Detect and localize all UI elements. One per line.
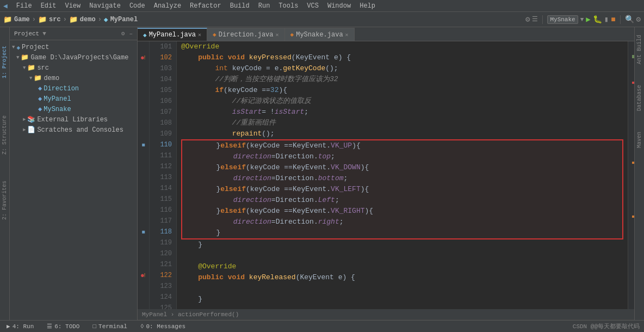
- config-dropdown[interactable]: MySnake: [547, 15, 578, 24]
- code-line-122: public void keyReleased ( KeyEvent e) {: [181, 272, 623, 283]
- code-line-105: if (keyCode == 32 ){: [181, 85, 623, 96]
- sidebar-game-label: Game D:\JavaProjects\Game: [30, 54, 128, 62]
- menu-refactor[interactable]: Refactor: [185, 1, 226, 11]
- tab-mypanel[interactable]: ◆ MyPanel.java ✕: [138, 28, 207, 41]
- warning-102-icon: !: [143, 55, 146, 61]
- tab-direction-close[interactable]: ✕: [276, 32, 279, 38]
- todo-tab[interactable]: ☰ 6: TODO: [45, 323, 82, 330]
- bottom-right: CSDN @@每天都要敲代码: [573, 322, 640, 330]
- menu-view[interactable]: View: [60, 1, 85, 11]
- gutter-104: [138, 74, 149, 85]
- code-line-102: public void keyPressed ( KeyEvent e) {: [181, 52, 623, 63]
- breadcrumb-sep2: ›: [63, 16, 67, 23]
- tab-mysnake-icon: ◆: [290, 31, 294, 38]
- menu-file[interactable]: File: [12, 1, 36, 11]
- sidebar-demo-label: demo: [44, 75, 59, 82]
- code-line-104: //判断，当按空格键时数字值应该为32: [181, 74, 623, 85]
- right-side-panels: Ant Build Database Maven: [634, 27, 644, 320]
- menu-help[interactable]: Help: [355, 1, 380, 11]
- gutter-125: [138, 303, 149, 309]
- sidebar-direction-label: Direction: [44, 85, 79, 93]
- tab-mysnake-close[interactable]: ✕: [345, 32, 349, 38]
- gutter-116: [138, 205, 149, 216]
- src-folder-icon: 📁: [38, 15, 47, 24]
- sidebar-minimize-icon[interactable]: –: [129, 30, 133, 37]
- menu-build[interactable]: Build: [226, 1, 254, 11]
- tab-mysnake[interactable]: ◆ MySnake.java ✕: [285, 28, 355, 41]
- linenum-112: 112: [154, 161, 172, 172]
- structure-panel-label[interactable]: Z: Structure: [1, 113, 9, 157]
- code-line-108: //重新画组件: [181, 118, 623, 128]
- sidebar-settings-icon[interactable]: ⚙: [121, 30, 125, 37]
- mypanel-class-icon: ◆: [38, 95, 42, 103]
- gutter-102: ● !: [138, 52, 149, 63]
- breadcrumb: MyPanel › actionPerformed(): [138, 309, 634, 320]
- ant-build-label[interactable]: Ant Build: [635, 33, 643, 66]
- expand-icon-game: ▼: [16, 55, 19, 60]
- gutter-123: [138, 281, 149, 292]
- tab-mypanel-close[interactable]: ✕: [198, 32, 201, 38]
- scrollbar-track[interactable]: [628, 41, 634, 309]
- linenum-124: 124: [154, 292, 172, 303]
- messages-tab[interactable]: ◊ 0: Messages: [138, 323, 188, 330]
- favorites-panel-label[interactable]: 2: Favorites: [1, 179, 9, 222]
- sidebar-item-external[interactable]: ► 📚 External Libraries: [10, 114, 137, 125]
- mysnake-class-icon: ◆: [38, 105, 42, 113]
- run-tab[interactable]: ▶ 4: Run: [4, 323, 36, 330]
- sidebar-item-src[interactable]: ▼ 📁 src: [10, 63, 137, 73]
- left-side-panels: 1: Project Z: Structure 2: Favorites: [0, 27, 10, 320]
- sidebar-item-game[interactable]: ▼ 📁 Game D:\JavaProjects\Game: [10, 52, 137, 63]
- toolbar-layout-icon[interactable]: ☰: [532, 15, 538, 23]
- sidebar-header: Project ▼ ⚙ –: [10, 27, 137, 40]
- code-line-109: repaint ();: [181, 128, 623, 139]
- run-button[interactable]: ▶: [586, 15, 590, 24]
- menu-tools[interactable]: Tools: [274, 1, 302, 11]
- sidebar-project-title: Project: [14, 30, 39, 37]
- settings-gear-icon[interactable]: ⚙: [636, 15, 641, 24]
- code-line-119: }: [181, 239, 623, 250]
- gutter-106: [138, 96, 149, 107]
- linenum-120: 120: [154, 248, 172, 259]
- debug-button[interactable]: 🐛: [593, 15, 602, 24]
- menu-window[interactable]: Window: [323, 1, 355, 11]
- breadcrumb-sep3: ›: [98, 16, 102, 23]
- tab-direction[interactable]: ◆ Direction.java ✕: [207, 28, 284, 41]
- gutter-114: [138, 183, 149, 194]
- sidebar-item-direction[interactable]: ◆ Direction: [10, 83, 137, 94]
- gutter-120: [138, 248, 149, 259]
- sidebar-tree: ▼ ◆ Project ▼ 📁 Game D:\JavaProjects\Gam…: [10, 40, 137, 320]
- sidebar-item-project[interactable]: ▼ ◆ Project: [10, 42, 137, 52]
- menu-vcs[interactable]: VCS: [302, 1, 323, 11]
- tab-mypanel-label: MyPanel.java: [149, 31, 196, 39]
- search-button[interactable]: 🔍: [625, 15, 634, 24]
- gutter-101: [138, 41, 149, 52]
- project-panel-label[interactable]: 1: Project: [1, 44, 9, 81]
- terminal-tab[interactable]: □ Terminal: [90, 323, 129, 330]
- database-label[interactable]: Database: [635, 83, 643, 113]
- code-content[interactable]: @Override public void keyPressed ( KeyEv…: [177, 41, 628, 309]
- maven-label[interactable]: Maven: [635, 130, 643, 150]
- code-line-124: }: [181, 294, 623, 305]
- stop-button[interactable]: ■: [611, 15, 615, 24]
- sidebar-item-demo[interactable]: ▼ 📁 demo: [10, 73, 137, 83]
- menu-edit[interactable]: Edit: [36, 1, 61, 11]
- bookmark-118-icon: ◼: [141, 229, 145, 235]
- info-stripe-1: [632, 55, 634, 58]
- menu-run[interactable]: Run: [254, 1, 275, 11]
- linenum-101: 101: [154, 41, 172, 52]
- linenum-115: 115: [154, 194, 172, 205]
- sidebar-item-mysnake[interactable]: ◆ MySnake: [10, 104, 137, 114]
- gutter-117: [138, 216, 149, 226]
- run-with-coverage-button[interactable]: ▮: [604, 15, 609, 24]
- sidebar-item-scratches[interactable]: ► 📄 Scratches and Consoles: [10, 125, 137, 135]
- warning-stripe-1: [632, 162, 634, 164]
- project-sidebar: Project ▼ ⚙ – ▼ ◆ Project ▼ 📁 Game D:\Ja…: [10, 27, 138, 320]
- linenum-106: 106: [154, 96, 172, 107]
- menu-code[interactable]: Code: [125, 1, 150, 11]
- gutter-113: [138, 172, 149, 183]
- sidebar-item-mypanel[interactable]: ◆ MyPanel: [10, 94, 137, 104]
- menu-analyze[interactable]: Analyze: [150, 1, 185, 11]
- menu-navigate[interactable]: Navigate: [85, 1, 125, 11]
- linenum-118: 118: [154, 226, 172, 237]
- toolbar-settings-icon[interactable]: ⚙: [525, 15, 530, 24]
